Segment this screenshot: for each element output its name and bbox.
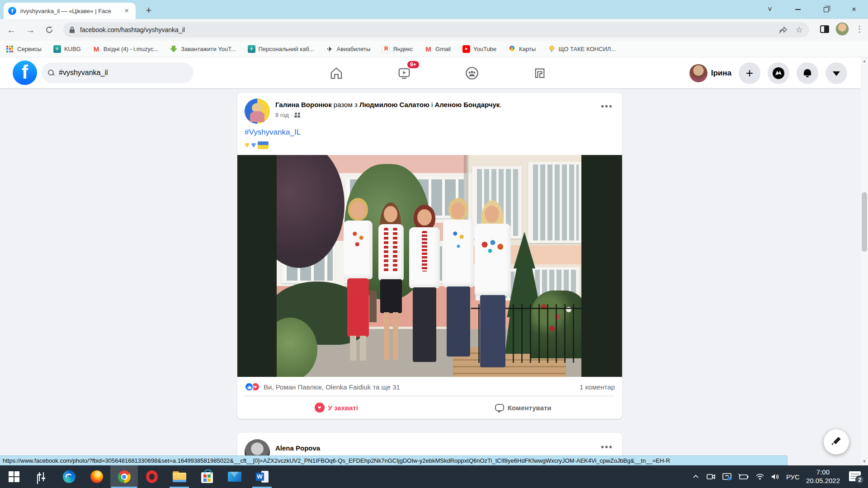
account-menu-button[interactable]	[826, 62, 847, 84]
create-button[interactable]: +	[739, 62, 760, 84]
start-button[interactable]	[0, 465, 28, 488]
bookmark-yandex[interactable]: Яндекс	[382, 45, 413, 53]
new-tab-button[interactable]: +	[142, 4, 156, 18]
post-tagged-2[interactable]: Аленою Бондарчук	[434, 101, 500, 108]
facebook-favicon: f	[8, 7, 16, 15]
photo-person-embroidery	[393, 228, 397, 273]
photo-person-pants	[447, 286, 470, 357]
battery-icon[interactable]	[738, 473, 749, 480]
nav-watch[interactable]: 9+	[370, 57, 438, 89]
compose-fab-button[interactable]	[824, 429, 849, 455]
back-button[interactable]: ←	[4, 22, 19, 38]
tab-search-icon[interactable]: ˅	[756, 0, 784, 19]
bookmark-koncil[interactable]: ЩО ТАКЕ КОНСИЛ...	[547, 45, 616, 53]
youtube-icon	[462, 45, 470, 53]
meet-now-icon[interactable]	[706, 473, 716, 481]
bookmark-kubg[interactable]: KUBG	[53, 45, 81, 53]
reactions-row: ♥ Ви, Роман Павлюк, Olenka Faidiuk та ще…	[237, 377, 622, 396]
like-reaction-icon[interactable]	[245, 382, 254, 391]
search-input[interactable]	[59, 69, 172, 77]
facebook-logo[interactable]: f	[13, 61, 37, 85]
scroll-up-icon[interactable]: ▲	[861, 57, 868, 65]
cast-display-icon[interactable]	[722, 473, 732, 481]
forward-button[interactable]: →	[23, 22, 38, 38]
bookmark-star-icon[interactable]: ☆	[796, 25, 803, 35]
pencil-icon	[831, 437, 841, 447]
comment-button[interactable]: Коментувати	[430, 398, 617, 417]
nav-gaming[interactable]	[506, 57, 574, 89]
scrollbar-thumb[interactable]	[862, 192, 867, 252]
nav-groups[interactable]	[438, 57, 506, 89]
taskbar-mail[interactable]	[221, 465, 248, 488]
groups-icon	[465, 66, 479, 80]
task-view-button[interactable]	[28, 465, 55, 488]
bookmark-personal-cabinet[interactable]: Персональний каб...	[248, 45, 314, 53]
lock-icon[interactable]	[70, 27, 75, 33]
word-icon	[256, 471, 269, 483]
bookmark-label: ЩО ТАКЕ КОНСИЛ...	[558, 46, 616, 52]
notifications-button[interactable]	[797, 62, 818, 84]
reaction-icons[interactable]: ♥	[245, 382, 260, 391]
action-center-button[interactable]: 2	[849, 470, 863, 483]
taskbar-clock[interactable]: 7:00 20.05.2022	[806, 468, 840, 485]
photo-person-torso	[475, 224, 511, 296]
scroll-down-icon[interactable]: ▼	[861, 458, 868, 465]
browser-profile-avatar[interactable]	[835, 22, 849, 36]
reactions-summary[interactable]: Ви, Роман Павлюк, Olenka Faidiuk та ще 3…	[264, 383, 400, 391]
crest-icon	[248, 45, 255, 53]
post-options-icon[interactable]: •••	[599, 99, 615, 124]
share-icon[interactable]	[778, 26, 788, 34]
airplane-icon	[326, 45, 334, 53]
taskbar-firefox[interactable]	[83, 465, 110, 488]
page-scrollbar[interactable]: ▲ ▼	[861, 57, 868, 465]
watch-icon	[397, 66, 411, 80]
tab-close-icon[interactable]: ×	[122, 6, 131, 15]
bookmark-gmail[interactable]: Gmail	[425, 45, 451, 53]
post-photo[interactable]	[277, 155, 581, 377]
next-post-author-link[interactable]: Alena Popova	[275, 444, 320, 452]
post-hashtag-link[interactable]: #Vyshyvanka_IL	[245, 127, 615, 137]
hidden-icons-chevron[interactable]	[692, 473, 699, 480]
chevron-down-icon	[833, 71, 840, 76]
post-time[interactable]: 8 год	[275, 112, 289, 118]
bookmark-maps[interactable]: Карты	[508, 45, 536, 53]
taskbar-store[interactable]	[193, 465, 221, 488]
profile-chip[interactable]: Ірина	[689, 64, 731, 82]
home-icon	[330, 66, 343, 80]
language-indicator[interactable]: РУС	[786, 473, 800, 481]
nav-home[interactable]	[302, 57, 370, 89]
address-bar[interactable]: facebook.com/hashtag/vyshyvanka_il ☆	[63, 22, 809, 38]
messenger-button[interactable]	[768, 62, 789, 84]
restore-button[interactable]	[812, 0, 840, 19]
love-button[interactable]: ♥ У захваті	[243, 398, 430, 417]
url-text[interactable]: facebook.com/hashtag/vyshyvanka_il	[80, 26, 185, 33]
post-author-avatar[interactable]	[245, 99, 270, 124]
reload-button[interactable]	[42, 22, 57, 38]
bookmark-inbox[interactable]: Вхідні (4) - i.muzyc...	[93, 45, 159, 53]
facebook-header: f 9+ Ірина +	[0, 57, 861, 89]
taskbar-explorer[interactable]	[165, 465, 193, 488]
browser-tab[interactable]: f #vyshyvanka_il — «Цікаве» | Face ×	[4, 3, 136, 19]
close-button[interactable]: ×	[840, 0, 868, 19]
photo-person-2	[374, 202, 408, 365]
side-panel-icon[interactable]	[820, 25, 829, 33]
minimize-button[interactable]	[784, 0, 812, 19]
taskbar-opera[interactable]	[138, 465, 165, 488]
bookmark-download-youtube[interactable]: Завантажити YouT...	[170, 45, 236, 53]
volume-icon[interactable]	[771, 473, 780, 480]
bookmark-services[interactable]: Сервисы	[6, 45, 42, 53]
taskbar-chrome[interactable]	[110, 465, 138, 488]
facebook-search[interactable]	[42, 62, 193, 83]
crest-icon	[53, 45, 61, 53]
browser-menu-icon[interactable]: ⋮	[855, 24, 863, 34]
post-author-link[interactable]: Галина Воронюк	[275, 101, 332, 108]
photo-person-1	[340, 198, 376, 365]
taskbar-word[interactable]	[248, 465, 276, 488]
taskbar-edge[interactable]	[55, 465, 83, 488]
photo-person-leg	[384, 312, 389, 360]
bookmark-avia[interactable]: Авиабилеты	[326, 45, 370, 53]
post-tagged-1[interactable]: Людмилою Салатою	[359, 101, 429, 108]
wifi-icon[interactable]	[755, 473, 764, 480]
bookmark-youtube[interactable]: YouTube	[462, 45, 496, 53]
comment-count[interactable]: 1 коментар	[580, 383, 615, 391]
